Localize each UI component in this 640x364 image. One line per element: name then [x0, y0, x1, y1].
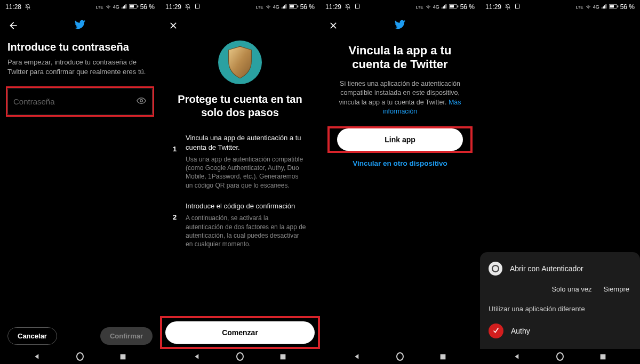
authy-app-icon	[489, 323, 503, 338]
nav-recent-icon[interactable]	[439, 353, 446, 360]
nav-home-icon[interactable]	[236, 353, 244, 360]
subtitle-text: Si tienes una aplicación de autenticació…	[339, 80, 460, 106]
eye-icon[interactable]	[137, 96, 146, 108]
wifi-icon	[425, 3, 431, 11]
back-arrow-icon[interactable]	[7, 20, 19, 31]
status-bar: 11:29 LTE 4G 56 %	[480, 0, 640, 13]
header	[160, 13, 320, 36]
svg-rect-15	[516, 4, 519, 9]
cancel-button[interactable]: Cancelar	[7, 327, 57, 345]
sheet-header: Abrir con Autenticador	[489, 262, 631, 276]
step-2: 2 Introduce el código de confirmación A …	[173, 201, 307, 248]
status-time: 11:29	[165, 3, 181, 11]
nav-back-icon[interactable]	[194, 353, 201, 360]
svg-rect-8	[297, 6, 298, 7]
nav-back-icon[interactable]	[514, 353, 521, 360]
svg-point-3	[140, 99, 143, 102]
always-button[interactable]: Siempre	[604, 285, 629, 293]
wifi-icon	[585, 3, 591, 11]
sheet-title: Abrir con Autenticador	[510, 264, 583, 273]
other-device-link[interactable]: Vincular en otro dispositivo	[327, 159, 473, 167]
svg-rect-4	[120, 354, 125, 359]
nav-recent-icon[interactable]	[279, 353, 286, 360]
use-different-app-label: Utilizar una aplicación diferente	[489, 305, 631, 313]
authenticator-app-icon	[489, 262, 502, 276]
step-desc: Usa una app de autenticación compatible …	[186, 155, 307, 190]
page-subtitle: Si tienes una aplicación de autenticació…	[327, 79, 473, 117]
svg-rect-13	[457, 6, 458, 7]
battery-text: 56 %	[300, 3, 315, 11]
app-chooser-sheet: Abrir con Autenticador Solo una vez Siem…	[480, 252, 640, 349]
step-title: Vincula una app de autenticación a tu cu…	[186, 133, 307, 152]
status-bar: 11:28 LTE 4G 56 %	[0, 0, 160, 13]
twitter-logo-icon	[394, 19, 406, 33]
once-button[interactable]: Solo una vez	[551, 285, 591, 293]
link-app-wrap: Link app	[327, 126, 473, 153]
svg-rect-1	[130, 5, 134, 8]
svg-rect-20	[600, 354, 605, 359]
screenshot-icon	[514, 3, 521, 11]
svg-rect-5	[196, 4, 199, 9]
nav-recent-icon[interactable]	[599, 353, 606, 360]
lte-icon: LTE	[256, 5, 263, 10]
svg-point-19	[492, 265, 499, 272]
svg-rect-7	[290, 5, 294, 8]
signal-icon	[121, 3, 127, 11]
nav-recent-icon[interactable]	[119, 353, 126, 360]
screen-app-chooser: 11:29 LTE 4G 56 % Abrir con Autenticador…	[480, 0, 640, 364]
screenshot-icon	[354, 3, 361, 11]
lte-icon: LTE	[576, 5, 583, 10]
android-nav	[320, 349, 480, 364]
android-nav	[0, 349, 160, 364]
step-number: 2	[173, 213, 178, 248]
svg-rect-14	[440, 354, 445, 359]
link-app-button[interactable]: Link app	[337, 128, 463, 151]
bell-off-icon	[25, 4, 31, 10]
battery-icon	[289, 3, 299, 11]
nav-home-icon[interactable]	[556, 353, 564, 360]
page-title: Vincula la app a tu cuenta de Twitter	[327, 44, 473, 72]
battery-icon	[129, 3, 139, 11]
status-bar: 11:29 LTE 4G 56 %	[320, 0, 480, 13]
lte-icon: LTE	[96, 5, 103, 10]
confirm-button[interactable]: Confirmar	[100, 327, 153, 345]
nav-home-icon[interactable]	[76, 353, 84, 360]
step-desc: A continuación, se activará la autentica…	[186, 214, 307, 248]
svg-rect-9	[280, 354, 285, 359]
wifi-icon	[105, 3, 111, 11]
network-4g: 4G	[113, 4, 119, 10]
bell-off-icon	[345, 4, 351, 10]
network-4g: 4G	[593, 4, 599, 10]
start-button[interactable]: Comenzar	[165, 321, 315, 344]
status-time: 11:28	[5, 3, 21, 11]
svg-rect-12	[450, 5, 454, 8]
bell-off-icon	[505, 4, 511, 10]
nav-back-icon[interactable]	[34, 353, 41, 360]
header	[320, 13, 480, 36]
footer-buttons: Cancelar Confirmar	[0, 321, 160, 349]
lte-icon: LTE	[416, 5, 423, 10]
signal-icon	[441, 3, 447, 11]
nav-back-icon[interactable]	[354, 353, 361, 360]
android-nav	[160, 349, 320, 364]
close-icon[interactable]	[167, 20, 179, 31]
status-time: 11:29	[485, 3, 501, 11]
battery-icon	[609, 3, 619, 11]
status-time: 11:29	[325, 3, 341, 11]
authy-label: Authy	[511, 327, 530, 335]
password-input[interactable]	[7, 88, 153, 115]
svg-rect-2	[137, 6, 138, 7]
battery-text: 56 %	[140, 3, 155, 11]
bell-off-icon	[185, 4, 191, 10]
authy-row[interactable]: Authy	[489, 320, 631, 342]
page-subtitle: Para empezar, introduce tu contraseña de…	[7, 58, 153, 76]
svg-rect-10	[356, 4, 359, 9]
nav-home-icon[interactable]	[396, 353, 404, 360]
battery-text: 56 %	[620, 3, 635, 11]
screen-link: 11:29 LTE 4G 56 % Vincula la app a tu cu…	[320, 0, 480, 364]
network-4g: 4G	[433, 4, 439, 10]
close-icon[interactable]	[327, 20, 339, 31]
twitter-logo-icon	[74, 19, 86, 33]
status-bar: 11:29 LTE 4G 56 %	[160, 0, 320, 13]
svg-rect-18	[617, 6, 618, 7]
